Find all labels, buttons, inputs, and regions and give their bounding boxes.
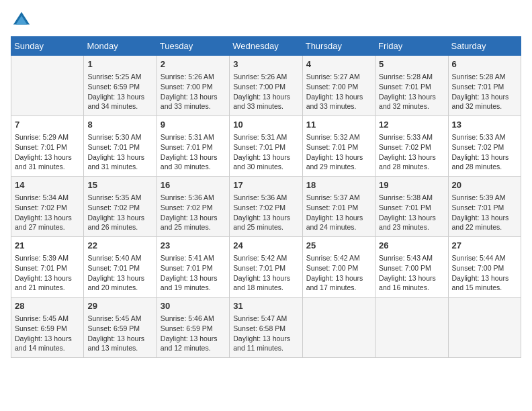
day-number: 28 <box>15 300 80 312</box>
day-info: Sunrise: 5:30 AM Sunset: 7:01 PM Dayligh… <box>87 132 152 172</box>
day-info: Sunrise: 5:26 AM Sunset: 7:00 PM Dayligh… <box>161 72 226 111</box>
calendar-cell: 3Sunrise: 5:26 AM Sunset: 7:00 PM Daylig… <box>230 56 302 116</box>
day-number: 24 <box>233 240 298 252</box>
day-number: 20 <box>452 179 517 191</box>
day-info: Sunrise: 5:32 AM Sunset: 7:01 PM Dayligh… <box>306 132 371 172</box>
calendar-cell: 24Sunrise: 5:42 AM Sunset: 7:01 PM Dayli… <box>230 237 302 298</box>
calendar-cell: 2Sunrise: 5:26 AM Sunset: 7:00 PM Daylig… <box>157 56 229 116</box>
day-number: 31 <box>233 300 298 312</box>
day-number: 5 <box>379 58 444 71</box>
logo-icon <box>12 11 31 30</box>
day-info: Sunrise: 5:44 AM Sunset: 7:00 PM Dayligh… <box>452 253 517 293</box>
header-friday: Friday <box>375 37 448 56</box>
header-sunday: Sunday <box>11 37 84 56</box>
week-row-2: 14Sunrise: 5:34 AM Sunset: 7:02 PM Dayli… <box>11 177 521 237</box>
day-number: 14 <box>15 179 80 191</box>
calendar-cell: 21Sunrise: 5:39 AM Sunset: 7:01 PM Dayli… <box>11 237 84 298</box>
logo <box>11 11 34 30</box>
calendar-cell: 29Sunrise: 5:45 AM Sunset: 6:59 PM Dayli… <box>84 298 157 358</box>
day-number: 7 <box>15 119 80 131</box>
calendar-cell: 27Sunrise: 5:44 AM Sunset: 7:00 PM Dayli… <box>448 237 521 298</box>
week-row-4: 28Sunrise: 5:45 AM Sunset: 6:59 PM Dayli… <box>11 298 521 358</box>
day-info: Sunrise: 5:41 AM Sunset: 7:01 PM Dayligh… <box>161 253 226 293</box>
day-info: Sunrise: 5:28 AM Sunset: 7:01 PM Dayligh… <box>379 72 444 111</box>
day-info: Sunrise: 5:28 AM Sunset: 7:01 PM Dayligh… <box>452 72 517 111</box>
day-number: 9 <box>161 119 226 131</box>
day-number: 6 <box>452 58 517 71</box>
day-number: 18 <box>306 179 371 191</box>
day-number: 16 <box>161 179 226 191</box>
day-info: Sunrise: 5:46 AM Sunset: 6:59 PM Dayligh… <box>161 314 226 353</box>
day-number: 19 <box>379 179 444 191</box>
day-info: Sunrise: 5:37 AM Sunset: 7:01 PM Dayligh… <box>306 193 371 232</box>
day-info: Sunrise: 5:33 AM Sunset: 7:02 PM Dayligh… <box>452 132 517 172</box>
calendar-cell: 25Sunrise: 5:42 AM Sunset: 7:00 PM Dayli… <box>302 237 375 298</box>
day-number: 21 <box>15 240 80 252</box>
day-number: 13 <box>452 119 517 131</box>
calendar-cell: 11Sunrise: 5:32 AM Sunset: 7:01 PM Dayli… <box>302 116 375 177</box>
calendar-cell: 8Sunrise: 5:30 AM Sunset: 7:01 PM Daylig… <box>84 116 157 177</box>
calendar-cell <box>302 298 375 358</box>
day-number: 15 <box>87 179 152 191</box>
calendar-cell: 31Sunrise: 5:47 AM Sunset: 6:58 PM Dayli… <box>230 298 302 358</box>
day-info: Sunrise: 5:38 AM Sunset: 7:01 PM Dayligh… <box>379 193 444 232</box>
day-number: 8 <box>87 119 152 131</box>
day-number: 12 <box>379 119 444 131</box>
day-number: 11 <box>306 119 371 131</box>
day-number: 2 <box>161 58 226 71</box>
header-row: SundayMondayTuesdayWednesdayThursdayFrid… <box>11 37 521 56</box>
day-info: Sunrise: 5:42 AM Sunset: 7:00 PM Dayligh… <box>306 253 371 293</box>
header-monday: Monday <box>84 37 157 56</box>
day-number: 22 <box>87 240 152 252</box>
day-info: Sunrise: 5:29 AM Sunset: 7:01 PM Dayligh… <box>15 132 80 172</box>
day-number: 17 <box>233 179 298 191</box>
day-info: Sunrise: 5:31 AM Sunset: 7:01 PM Dayligh… <box>161 132 226 172</box>
calendar-cell: 23Sunrise: 5:41 AM Sunset: 7:01 PM Dayli… <box>157 237 229 298</box>
day-info: Sunrise: 5:33 AM Sunset: 7:02 PM Dayligh… <box>379 132 444 172</box>
day-number: 3 <box>233 58 298 71</box>
day-info: Sunrise: 5:39 AM Sunset: 7:01 PM Dayligh… <box>452 193 517 232</box>
calendar-cell: 4Sunrise: 5:27 AM Sunset: 7:00 PM Daylig… <box>302 56 375 116</box>
calendar-cell: 28Sunrise: 5:45 AM Sunset: 6:59 PM Dayli… <box>11 298 84 358</box>
day-info: Sunrise: 5:34 AM Sunset: 7:02 PM Dayligh… <box>15 193 80 232</box>
calendar-cell: 14Sunrise: 5:34 AM Sunset: 7:02 PM Dayli… <box>11 177 84 237</box>
calendar-header: SundayMondayTuesdayWednesdayThursdayFrid… <box>11 37 521 56</box>
day-info: Sunrise: 5:45 AM Sunset: 6:59 PM Dayligh… <box>87 314 152 353</box>
calendar-cell: 18Sunrise: 5:37 AM Sunset: 7:01 PM Dayli… <box>302 177 375 237</box>
week-row-0: 1Sunrise: 5:25 AM Sunset: 6:59 PM Daylig… <box>11 56 521 116</box>
calendar-cell <box>11 56 84 116</box>
day-number: 29 <box>87 300 152 312</box>
calendar-cell: 6Sunrise: 5:28 AM Sunset: 7:01 PM Daylig… <box>448 56 521 116</box>
day-info: Sunrise: 5:26 AM Sunset: 7:00 PM Dayligh… <box>233 72 298 111</box>
page-header <box>11 11 521 30</box>
day-number: 10 <box>233 119 298 131</box>
header-thursday: Thursday <box>302 37 375 56</box>
calendar-cell: 15Sunrise: 5:35 AM Sunset: 7:02 PM Dayli… <box>84 177 157 237</box>
day-number: 30 <box>161 300 226 312</box>
day-info: Sunrise: 5:40 AM Sunset: 7:01 PM Dayligh… <box>87 253 152 293</box>
day-info: Sunrise: 5:35 AM Sunset: 7:02 PM Dayligh… <box>87 193 152 232</box>
day-number: 26 <box>379 240 444 252</box>
calendar-cell: 13Sunrise: 5:33 AM Sunset: 7:02 PM Dayli… <box>448 116 521 177</box>
day-info: Sunrise: 5:27 AM Sunset: 7:00 PM Dayligh… <box>306 72 371 111</box>
calendar-cell: 19Sunrise: 5:38 AM Sunset: 7:01 PM Dayli… <box>375 177 448 237</box>
calendar-cell <box>448 298 521 358</box>
calendar-cell: 9Sunrise: 5:31 AM Sunset: 7:01 PM Daylig… <box>157 116 229 177</box>
day-number: 25 <box>306 240 371 252</box>
calendar-cell: 10Sunrise: 5:31 AM Sunset: 7:01 PM Dayli… <box>230 116 302 177</box>
day-info: Sunrise: 5:36 AM Sunset: 7:02 PM Dayligh… <box>233 193 298 232</box>
calendar-cell: 7Sunrise: 5:29 AM Sunset: 7:01 PM Daylig… <box>11 116 84 177</box>
calendar-cell: 26Sunrise: 5:43 AM Sunset: 7:00 PM Dayli… <box>375 237 448 298</box>
day-number: 23 <box>161 240 226 252</box>
day-info: Sunrise: 5:42 AM Sunset: 7:01 PM Dayligh… <box>233 253 298 293</box>
calendar-cell: 17Sunrise: 5:36 AM Sunset: 7:02 PM Dayli… <box>230 177 302 237</box>
header-tuesday: Tuesday <box>157 37 229 56</box>
day-info: Sunrise: 5:45 AM Sunset: 6:59 PM Dayligh… <box>15 314 80 353</box>
day-info: Sunrise: 5:39 AM Sunset: 7:01 PM Dayligh… <box>15 253 80 293</box>
day-info: Sunrise: 5:43 AM Sunset: 7:00 PM Dayligh… <box>379 253 444 293</box>
calendar-cell: 20Sunrise: 5:39 AM Sunset: 7:01 PM Dayli… <box>448 177 521 237</box>
calendar-body: 1Sunrise: 5:25 AM Sunset: 6:59 PM Daylig… <box>11 56 521 358</box>
week-row-3: 21Sunrise: 5:39 AM Sunset: 7:01 PM Dayli… <box>11 237 521 298</box>
week-row-1: 7Sunrise: 5:29 AM Sunset: 7:01 PM Daylig… <box>11 116 521 177</box>
day-number: 27 <box>452 240 517 252</box>
